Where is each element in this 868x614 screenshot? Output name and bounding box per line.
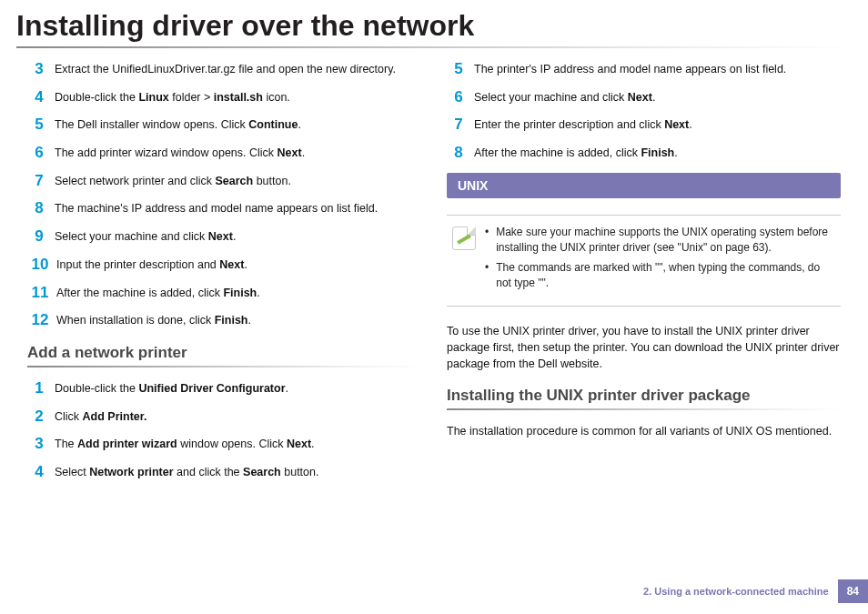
step-text: Select Network printer and click the Sea… [55,464,318,480]
step-text: When installation is done, click Finish. [56,312,251,328]
note-bullet: The commands are marked with "", when ty… [485,260,835,291]
note-box: Make sure your machine supports the UNIX… [447,215,841,307]
step: 3Extract the UnifiedLinuxDriver.tar.gz f… [27,61,421,78]
step-text: Click Add Printer. [55,408,146,425]
step-text: Select your machine and click Next. [474,89,655,106]
step-number: 5 [447,61,470,78]
step: 7Select network printer and click Search… [27,173,421,190]
step: 1Double-click the Unified Driver Configu… [27,380,421,398]
step-number: 1 [27,380,51,398]
step-number: 3 [27,436,51,453]
unix-sub-body: The installation procedure is common for… [447,423,841,439]
step: 9Select your machine and click Next. [27,228,421,246]
step-text: Double-click the Linux folder > install.… [55,89,290,106]
step: 2Click Add Printer. [27,408,421,426]
step-number: 6 [447,89,470,106]
step-text: The printer's IP address and model name … [474,61,786,77]
footer-page-number: 84 [838,579,868,603]
step: 11After the machine is added, click Fini… [27,285,421,302]
note-icon [452,226,476,250]
note-bullet: Make sure your machine supports the UNIX… [485,225,835,256]
step-number: 5 [27,116,51,134]
step-text: After the machine is added, click Finish… [56,285,260,301]
step-text: The add printer wizard window opens. Cli… [55,145,305,161]
step-number: 4 [27,89,51,106]
content-columns: 3Extract the UnifiedLinuxDriver.tar.gz f… [0,54,868,492]
step: 6The add printer wizard window opens. Cl… [27,145,421,162]
step-text: Input the printer description and Next. [56,257,247,273]
unix-body-text: To use the UNIX printer driver, you have… [447,323,841,372]
right-column: 5The printer's IP address and model name… [447,61,841,492]
step-text: Select your machine and click Next. [55,228,236,245]
subheading-underline [447,408,841,410]
step: 7Enter the printer description and click… [447,116,841,134]
step: 12When installation is done, click Finis… [27,312,421,329]
section-bar-unix: UNIX [447,173,841,198]
step-number: 2 [27,408,51,426]
step-number: 4 [27,464,51,481]
footer-chapter: 2. Using a network-connected machine [643,586,838,597]
subheading-underline [27,366,421,367]
step: 8After the machine is added, click Finis… [447,145,841,162]
step-text: Double-click the Unified Driver Configur… [55,380,288,397]
footer: 2. Using a network-connected machine 84 [643,579,868,603]
step: 8The machine's IP address and model name… [27,200,421,217]
step-text: The machine's IP address and model name … [55,200,378,216]
subheading-add-network-printer: Add a network printer [27,344,421,362]
step: 10Input the printer description and Next… [27,257,421,274]
step-number: 11 [27,285,53,302]
step-number: 8 [447,145,470,162]
step: 5The printer's IP address and model name… [447,61,841,78]
step-number: 3 [27,61,51,78]
step-number: 8 [27,200,51,217]
step-text: Enter the printer description and click … [474,116,692,133]
step-text: The Add printer wizard window opens. Cli… [55,436,315,452]
left-column: 3Extract the UnifiedLinuxDriver.tar.gz f… [27,61,421,492]
step-number: 6 [27,145,51,162]
step: 3The Add printer wizard window opens. Cl… [27,436,421,453]
step-number: 7 [447,116,470,134]
step: 4Select Network printer and click the Se… [27,464,421,481]
title-underline [16,46,852,48]
step: 6Select your machine and click Next. [447,89,841,106]
step-number: 10 [27,257,53,274]
step-text: Select network printer and click Search … [55,173,291,189]
note-list: Make sure your machine supports the UNIX… [485,225,835,297]
step-number: 9 [27,228,51,246]
step-text: The Dell installer window opens. Click C… [55,116,301,133]
step: 4Double-click the Linux folder > install… [27,89,421,106]
page-title: Installing driver over the network [0,0,868,46]
step-number: 7 [27,173,51,190]
step-text: Extract the UnifiedLinuxDriver.tar.gz fi… [55,61,396,77]
step-text: After the machine is added, click Finish… [474,145,678,161]
subheading-unix-package: Installing the UNIX printer driver packa… [447,387,841,405]
step: 5The Dell installer window opens. Click … [27,116,421,134]
step-number: 12 [27,312,53,329]
